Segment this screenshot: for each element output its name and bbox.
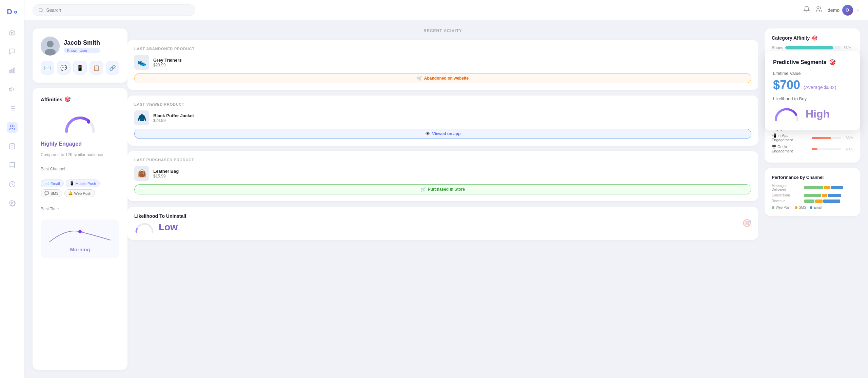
sidebar-item-users[interactable] <box>7 122 18 133</box>
abandoned-label: LAST ABANDONED PRODUCT <box>134 47 751 51</box>
best-time-label: Best Time <box>41 207 119 211</box>
engagement-gauge <box>41 114 119 133</box>
svg-text:D: D <box>7 7 12 16</box>
svg-point-12 <box>10 125 13 127</box>
whatsapp-channel-btn[interactable]: 📱 <box>73 61 87 75</box>
clipboard-channel-btn[interactable]: 📋 <box>90 61 103 75</box>
svg-point-14 <box>9 182 15 187</box>
likelihood-title: Likelihood To Uninstall <box>134 213 737 219</box>
eng-inapp: 📲 In-App Engagement 66% <box>772 133 853 142</box>
lifetime-value-avg: (Average $682) <box>804 85 836 90</box>
purchased-product-row: 👜 Leather Bag $15.99 <box>134 166 751 181</box>
likelihood-gauge <box>134 222 155 233</box>
viewed-product-row: 🧥 Black Puffer Jacket $24.99 <box>134 110 751 125</box>
sms-tag[interactable]: 💬 SMS <box>41 189 62 197</box>
profile-badge: Known User <box>64 48 100 53</box>
sidebar-item-campaigns[interactable] <box>7 84 18 95</box>
viewed-product-name: Black Puffer Jacket <box>153 113 194 118</box>
purchased-action-btn[interactable]: 🛒 Purchased In Store <box>134 184 751 194</box>
lifetime-value: $700 (Average $682) <box>773 78 852 92</box>
sidebar-item-docs[interactable] <box>7 160 18 171</box>
svg-rect-3 <box>9 70 11 73</box>
purchased-label: LAST PURCHASED PRODUCT <box>134 158 751 162</box>
engagement-comparison: Compared to 12K similar audience <box>41 152 119 157</box>
svg-line-18 <box>42 11 43 12</box>
chevron-down-icon <box>856 8 860 12</box>
sidebar-item-help[interactable] <box>7 179 18 190</box>
share-channel-btn[interactable]: 🔗 <box>106 61 119 75</box>
svg-point-24 <box>78 230 82 233</box>
svg-rect-5 <box>14 68 15 73</box>
svg-point-19 <box>817 7 819 9</box>
best-time-value: Morning <box>70 247 90 252</box>
webpush-tag[interactable]: 🔔 Web Push <box>64 189 95 197</box>
email-tag[interactable]: ✉️ Email <box>41 180 64 187</box>
affinities-card: Affinities 🎯 <box>33 88 127 370</box>
sidebar-item-settings[interactable] <box>7 198 18 209</box>
header-actions: demo D <box>803 5 860 16</box>
abandoned-product-name: Grey Trainers <box>153 58 182 63</box>
perf-delivered: Messages Delivered <box>772 184 853 191</box>
content-area: Jacob Smith Known User ✉️ 💬 📱 📋 🔗 Affini… <box>24 20 868 378</box>
svg-point-22 <box>45 49 56 56</box>
search-input[interactable] <box>46 7 190 13</box>
app-logo: D <box>6 5 18 18</box>
performance-card: Performance by Channel Messages Delivere… <box>765 168 860 216</box>
likelihood-uninstall-card: Likelihood To Uninstall Low 🎯 <box>127 207 758 240</box>
sidebar-item-lists[interactable] <box>7 103 18 114</box>
affinities-title: Affinities 🎯 <box>41 96 119 102</box>
abandoned-product-row: 👟 Grey Trainers $29.99 <box>134 55 751 70</box>
team-icon[interactable] <box>815 6 822 14</box>
left-column: Jacob Smith Known User ✉️ 💬 📱 📋 🔗 Affini… <box>33 28 121 370</box>
viewed-action-label: Viewed on app <box>432 131 461 136</box>
center-column: RECENT ACIVITY LAST ABANDONED PRODUCT 👟 … <box>127 28 758 370</box>
likelihood-value: Low <box>159 222 178 233</box>
profile-header: Jacob Smith Known User <box>41 37 119 56</box>
legend-sms: SMS <box>795 206 806 209</box>
likelihood-buy-text: High <box>806 108 830 120</box>
chat-channel-btn[interactable]: 💬 <box>57 61 71 75</box>
svg-rect-4 <box>12 69 13 73</box>
viewed-product-card: LAST VIEWED PRODUCT 🧥 Black Puffer Jacke… <box>127 96 758 146</box>
sidebar-item-analytics[interactable] <box>7 65 18 76</box>
engagement-level: Highly Engaged <box>41 141 119 147</box>
sidebar-nav <box>7 27 18 373</box>
viewed-label: LAST VIEWED PRODUCT <box>134 102 751 106</box>
profile-name: Jacob Smith <box>64 39 100 46</box>
viewed-product-price: $24.99 <box>153 118 194 123</box>
notification-icon[interactable] <box>803 6 810 14</box>
category-bar-shoes: Shoes 86% <box>772 45 853 50</box>
legend-webpush: Web Push <box>772 206 791 209</box>
svg-point-23 <box>87 120 90 124</box>
viewed-action-btn[interactable]: 👁️ Viewed on app <box>134 129 751 139</box>
avatar <box>41 37 60 56</box>
svg-point-21 <box>47 41 54 47</box>
likelihood-info: Likelihood To Uninstall Low <box>134 213 737 233</box>
svg-point-2 <box>15 12 16 13</box>
abandoned-product-price: $29.99 <box>153 63 182 67</box>
purchased-product-info: Leather Bag $15.99 <box>153 169 179 178</box>
uninstall-icon: 🎯 <box>742 219 751 228</box>
likelihood-buy-value-row: High <box>773 105 852 122</box>
sidebar-item-database[interactable] <box>7 141 18 152</box>
header: demo D <box>24 0 868 20</box>
sidebar-item-messages[interactable] <box>7 46 18 57</box>
mobile-push-tag[interactable]: 📱 Mobile Push <box>66 180 100 187</box>
abandoned-action-btn[interactable]: 🛒 Abandoned on website <box>134 73 751 83</box>
sidebar-item-home[interactable] <box>7 27 18 38</box>
main-content: demo D <box>24 0 868 378</box>
perf-conversions: Conversions <box>772 193 853 197</box>
user-menu[interactable]: demo D <box>828 5 860 16</box>
purchased-product-thumb: 👜 <box>134 166 149 181</box>
purchased-product-card: LAST PURCHASED PRODUCT 👜 Leather Bag $15… <box>127 151 758 201</box>
search-icon <box>38 7 43 13</box>
search-bar[interactable] <box>33 4 195 16</box>
purchased-product-name: Leather Bag <box>153 169 179 174</box>
purchased-action-label: Purchased In Store <box>428 187 465 192</box>
email-channel-btn[interactable]: ✉️ <box>41 61 54 75</box>
viewed-product-thumb: 🧥 <box>134 110 149 125</box>
likelihood-buy-label: Likelihood to Buy <box>773 96 852 101</box>
performance-title: Performance by Channel <box>772 175 853 180</box>
purchased-product-price: $15.99 <box>153 174 179 178</box>
sidebar: D <box>0 0 24 378</box>
